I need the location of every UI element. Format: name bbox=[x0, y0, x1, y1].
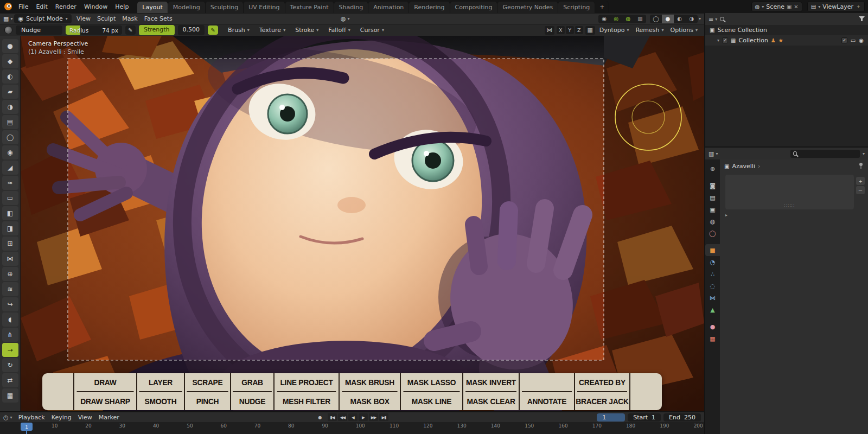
collection-checkbox[interactable]: ✓ bbox=[722, 37, 728, 43]
workspace-tab[interactable]: Modeling bbox=[168, 2, 206, 13]
add-workspace-button[interactable]: + bbox=[596, 1, 609, 12]
search-icon[interactable] bbox=[720, 17, 724, 21]
strength-value-field[interactable]: 0.500 bbox=[178, 25, 205, 35]
pin-icon[interactable] bbox=[858, 162, 864, 170]
tool-pinch[interactable]: ⋈ bbox=[2, 252, 18, 266]
tool-draw-sharp[interactable]: ◆ bbox=[2, 54, 18, 68]
tool-elastic-deform[interactable]: ≋ bbox=[2, 282, 18, 296]
add-button[interactable]: ＋ bbox=[856, 177, 865, 185]
unlink-scene-icon[interactable]: ✕ bbox=[794, 4, 798, 10]
topbar-menu[interactable]: Help bbox=[111, 2, 132, 12]
drag-handle-icon[interactable]: ∷∷∷ bbox=[784, 203, 795, 208]
workspace-tab[interactable]: Shading bbox=[334, 2, 369, 13]
outliner-row-collection[interactable]: ▾ ✓ ▦ Collection ♟ ★ ✓ ▭ ◉ bbox=[705, 35, 868, 46]
mirror-axis-toggle[interactable]: Z bbox=[575, 26, 583, 34]
timeline-menu[interactable]: Playback bbox=[15, 413, 48, 422]
expand-icon[interactable]: ▾ bbox=[717, 38, 719, 43]
chevron-down-icon[interactable]: ▾ bbox=[863, 151, 865, 156]
tool-thumb[interactable]: ◖ bbox=[2, 312, 18, 327]
workspace-tab[interactable]: Geometry Nodes bbox=[497, 2, 558, 13]
editor-type-button[interactable]: ▦ ▾ bbox=[3, 15, 12, 22]
tab-material[interactable]: ● bbox=[705, 321, 720, 333]
breadcrumb-object-name[interactable]: Azavelli bbox=[732, 163, 755, 170]
new-viewlayer-icon[interactable]: ＋ bbox=[856, 3, 861, 10]
mode-dropdown[interactable]: ◉ Sculpt Mode ▾ bbox=[14, 14, 71, 23]
tab-scene[interactable]: ◍ bbox=[705, 215, 720, 227]
transport-button-jump-start[interactable]: ▮◀ bbox=[328, 413, 337, 421]
tool-draw[interactable]: ● bbox=[2, 39, 18, 53]
workspace-tab[interactable]: Texture Paint bbox=[285, 2, 334, 13]
collapsed-panel-row[interactable]: ▸ bbox=[725, 213, 863, 218]
tab-object[interactable]: ■ bbox=[705, 244, 720, 256]
topbar-menu[interactable]: Window bbox=[80, 2, 111, 12]
start-frame-field[interactable]: Start 1 bbox=[628, 413, 661, 422]
tool-smooth[interactable]: ≈ bbox=[2, 176, 18, 190]
tool-panel-dropdown[interactable]: Falloff▾ bbox=[326, 25, 353, 35]
tool-panel-dropdown[interactable]: Cursor▾ bbox=[358, 25, 386, 35]
mirror-axis-toggle[interactable]: Y bbox=[566, 26, 574, 34]
transport-button-jump-end[interactable]: ▶▮ bbox=[379, 413, 388, 421]
tool-blob[interactable]: ◉ bbox=[2, 145, 18, 159]
timeline-menu[interactable]: Marker bbox=[95, 413, 123, 422]
tool-snake-hook[interactable]: ↪ bbox=[2, 297, 18, 311]
tab-tool[interactable]: ⊛ bbox=[705, 163, 720, 175]
viewport-toggle-xray[interactable]: ▥ bbox=[634, 15, 646, 23]
new-scene-icon[interactable]: ▣ bbox=[787, 4, 792, 10]
tool-layer[interactable]: ▤ bbox=[2, 115, 18, 129]
orientation-globe-dropdown[interactable]: ◍ ▾ bbox=[341, 15, 350, 22]
transport-button-prev-keyframe[interactable]: ◀◀ bbox=[338, 413, 347, 421]
tab-constraints[interactable]: ⋈ bbox=[705, 292, 720, 304]
tool-flatten[interactable]: ▭ bbox=[2, 191, 18, 205]
grid-toggle-icon[interactable]: ▦ bbox=[585, 26, 595, 35]
tool-rotate[interactable]: ↻ bbox=[2, 358, 18, 372]
tab-physics[interactable]: ◌ bbox=[705, 280, 720, 292]
brush-name-field[interactable]: Nudge bbox=[16, 25, 62, 35]
outliner-row-scene-collection[interactable]: ▣ Scene Collection bbox=[705, 25, 868, 35]
tool-fill[interactable]: ◧ bbox=[2, 206, 18, 220]
transport-button-play[interactable]: ▶ bbox=[359, 413, 368, 421]
outliner-editor-type-button[interactable]: ≡ ▾ bbox=[709, 16, 717, 23]
workspace-tab[interactable]: Sculpting bbox=[206, 2, 244, 13]
tool-clay-strips[interactable]: ▰ bbox=[2, 85, 18, 99]
tab-data[interactable]: ▲ bbox=[705, 304, 720, 316]
workspace-tab[interactable]: Animation bbox=[368, 2, 409, 13]
tab-texture[interactable]: ▦ bbox=[705, 333, 720, 344]
topbar-menu[interactable]: Render bbox=[52, 2, 80, 12]
timeline-menu[interactable]: View bbox=[75, 413, 95, 422]
viewport-toggle-overlays[interactable]: ◍ bbox=[622, 15, 634, 23]
end-frame-field[interactable]: End 250 bbox=[663, 413, 701, 422]
mirror-icon[interactable]: ⋈ bbox=[545, 26, 554, 35]
playhead[interactable]: 1 bbox=[21, 423, 33, 431]
tool-clay-thumb[interactable]: ◑ bbox=[2, 100, 18, 114]
brush-preview-icon[interactable] bbox=[4, 26, 12, 34]
radius-slider[interactable]: Radius 74 px bbox=[66, 25, 122, 35]
radius-pressure-button[interactable]: ✎ bbox=[125, 25, 136, 35]
transport-button-play-reverse[interactable]: ◀ bbox=[348, 413, 358, 421]
workspace-tab[interactable]: Compositing bbox=[450, 2, 498, 13]
tab-particles[interactable]: ∴ bbox=[705, 268, 720, 280]
workspace-tab[interactable]: Layout bbox=[137, 2, 168, 13]
tool-scrape[interactable]: ◨ bbox=[2, 221, 18, 235]
scene-selector[interactable]: ◍ ▾ Scene ▣ ✕ bbox=[751, 2, 802, 12]
mirror-axis-toggle[interactable]: X bbox=[557, 26, 565, 34]
shading-mode-button-material[interactable]: ◐ bbox=[674, 15, 686, 23]
viewlayer-selector[interactable]: ▤ ▾ ViewLayer ＋ bbox=[807, 1, 865, 12]
current-frame-field[interactable]: 1 bbox=[597, 413, 625, 422]
exclude-checkbox[interactable]: ✓ bbox=[841, 37, 847, 43]
properties-search-input[interactable] bbox=[799, 150, 857, 157]
viewport-menu[interactable]: View bbox=[73, 14, 94, 23]
remove-button[interactable]: − bbox=[856, 186, 865, 194]
timeline-ruler[interactable]: 1020304050607080901001101201301401501601… bbox=[0, 422, 704, 434]
viewport-3d[interactable]: Camera Perspective (1) Azavelli : Smile … bbox=[21, 36, 704, 411]
tab-world[interactable]: ◯ bbox=[705, 227, 720, 239]
workspace-tab[interactable]: Scripting bbox=[558, 2, 595, 13]
tool-panel-dropdown[interactable]: Stroke▾ bbox=[293, 25, 321, 35]
blender-logo-icon[interactable] bbox=[3, 2, 13, 11]
filter-icon[interactable] bbox=[859, 16, 865, 22]
workspace-tab[interactable]: Rendering bbox=[409, 2, 450, 13]
remesh-dropdown[interactable]: Remesh▾ bbox=[633, 25, 666, 35]
tool-nudge[interactable]: → bbox=[2, 343, 18, 357]
tool-grab[interactable]: ⊕ bbox=[2, 267, 18, 281]
viewport-menu[interactable]: Mask bbox=[119, 14, 141, 23]
transport-button-next-keyframe[interactable]: ▶▶ bbox=[369, 413, 378, 421]
